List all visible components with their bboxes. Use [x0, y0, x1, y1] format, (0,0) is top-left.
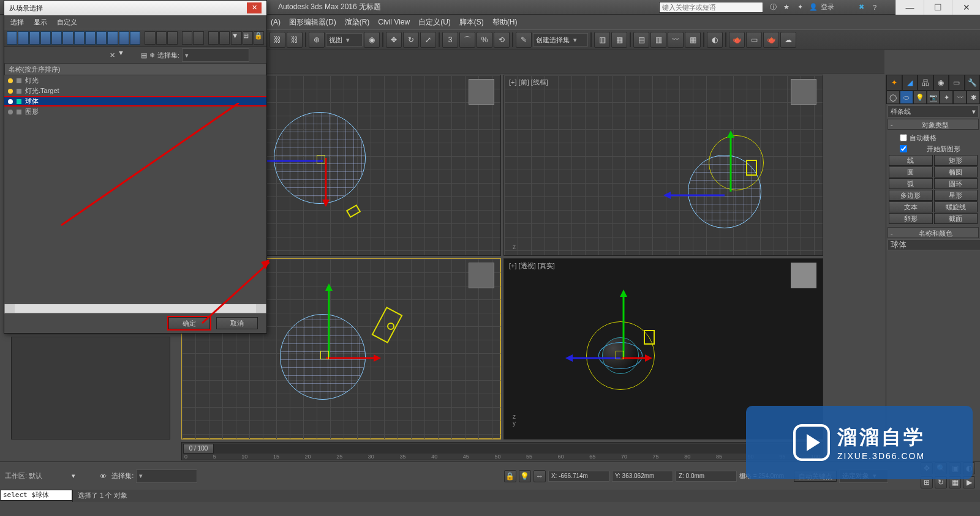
viewcube-icon[interactable] — [469, 79, 494, 105]
category-dropdown[interactable]: 样条线▾ — [888, 105, 979, 118]
select-scale-icon[interactable]: ⤢ — [420, 32, 436, 48]
find-filter-icon[interactable]: ▼ — [118, 49, 130, 61]
close-small-icon[interactable]: ✕ — [110, 51, 115, 59]
tab-modify-icon[interactable]: ◢ — [902, 75, 918, 91]
layer-icon[interactable]: ▤ — [633, 32, 649, 48]
dialog-menu-item[interactable]: 显示 — [34, 18, 47, 27]
schematic-icon[interactable]: ▦ — [685, 32, 701, 48]
filter-group-icon[interactable] — [85, 31, 96, 45]
named-selection-dropdown[interactable]: 创建选择集 — [533, 33, 588, 47]
sub-spacewarps-icon[interactable]: 〰 — [953, 91, 967, 104]
tab-utilities-icon[interactable]: 🔧 — [965, 75, 981, 91]
list-column-header[interactable]: 名称(按升序排序) — [4, 63, 266, 75]
info-icon[interactable]: ⓘ — [767, 1, 779, 13]
sel-set-add-icon[interactable] — [252, 49, 264, 61]
rollout-object-type[interactable]: -对象类型 — [888, 119, 979, 130]
render-online-icon[interactable]: ☁ — [780, 32, 796, 48]
menu-item[interactable]: 自定义(U) — [418, 17, 451, 28]
egg-button[interactable]: 卵形 — [889, 213, 933, 224]
line-button[interactable]: 线 — [889, 155, 933, 166]
dialog-close-button[interactable]: ✕ — [247, 2, 262, 13]
sub-systems-icon[interactable]: ✱ — [967, 91, 980, 104]
filter-bone-icon[interactable] — [107, 31, 118, 45]
select-all-icon[interactable] — [145, 31, 155, 45]
menu-item[interactable]: 脚本(S) — [459, 17, 484, 28]
minimize-button[interactable]: — — [895, 0, 924, 15]
list-item[interactable]: 灯光 — [4, 75, 266, 86]
select-move-icon[interactable]: ✥ — [386, 32, 402, 48]
viewcube-icon[interactable] — [791, 79, 816, 105]
maxscript-input[interactable]: select $球体 — [0, 490, 72, 501]
select-rotate-icon[interactable]: ↻ — [403, 32, 419, 48]
exchange-icon[interactable]: ✖ — [855, 1, 867, 13]
sel-set-dropdown[interactable] — [182, 48, 249, 62]
select-invert-icon[interactable] — [167, 31, 178, 45]
ellipse-button[interactable]: 椭圆 — [934, 166, 978, 178]
edit-selection-icon[interactable]: ✎ — [516, 32, 532, 48]
object-name-input[interactable] — [888, 239, 980, 250]
time-slider-thumb[interactable]: 0 / 100 — [183, 444, 214, 454]
tab-display-icon[interactable]: ▭ — [949, 75, 965, 91]
scene-object-list[interactable]: 灯光 灯光.Target 球体 图形 — [4, 75, 266, 304]
user-icon[interactable]: 👤 — [807, 1, 820, 13]
network-icon[interactable]: ✦ — [794, 1, 806, 13]
viewcube-icon[interactable] — [791, 263, 816, 288]
tab-hierarchy-icon[interactable]: 品 — [918, 75, 933, 91]
donut-button[interactable]: 圆环 — [934, 178, 978, 189]
section-button[interactable]: 截面 — [934, 213, 978, 224]
snap-toggle-icon[interactable]: 3 — [442, 32, 458, 48]
x-coord[interactable]: X: -666.714m — [548, 471, 609, 482]
render-setup-icon[interactable]: 🫖 — [729, 32, 745, 48]
lock-cols-icon[interactable]: 🔒 — [254, 31, 264, 45]
sub-shapes-icon[interactable]: ⬭ — [900, 91, 913, 104]
render-frame-icon[interactable]: ▭ — [746, 32, 762, 48]
close-button[interactable]: ✕ — [952, 0, 980, 15]
filter-spacewarp-icon[interactable] — [74, 31, 85, 45]
y-coord[interactable]: Y: 363.062mm — [612, 471, 673, 482]
menu-item[interactable]: ​(A) — [271, 18, 281, 26]
text-button[interactable]: 文本 — [889, 201, 933, 212]
help-icon[interactable]: ? — [869, 1, 881, 13]
ngon-button[interactable]: 多边形 — [889, 190, 933, 201]
start-new-checkbox[interactable] — [900, 145, 907, 152]
mirror-icon[interactable]: ▥ — [594, 32, 610, 48]
menu-item[interactable]: 帮助(H) — [492, 17, 518, 28]
center-icon[interactable]: ◉ — [364, 32, 380, 48]
percent-snap-icon[interactable]: % — [477, 32, 492, 48]
coord-dropdown[interactable]: 视图 — [326, 33, 363, 47]
filter-all-icon[interactable] — [7, 31, 17, 45]
start-new-button[interactable]: 开始新图形 — [910, 144, 978, 154]
circle-button[interactable]: 圆 — [889, 166, 933, 178]
filter-camera-icon[interactable] — [51, 31, 62, 45]
display-influence-icon[interactable] — [193, 31, 203, 45]
selection-icon[interactable]: 👁 — [100, 473, 107, 480]
rect-button[interactable]: 矩形 — [934, 155, 978, 166]
z-coord[interactable]: Z: 0.0mm — [676, 471, 737, 482]
align-icon[interactable]: ▦ — [611, 32, 627, 48]
material-editor-icon[interactable]: ◐ — [707, 32, 723, 48]
filter-shape-icon[interactable] — [29, 31, 40, 45]
angle-snap-icon[interactable]: ⌒ — [459, 32, 475, 48]
selection-set-dropdown[interactable] — [136, 469, 197, 483]
filter-geom-icon[interactable] — [18, 31, 28, 45]
scene-explorer-icon[interactable]: ▥ — [650, 32, 666, 48]
list-item[interactable]: 图形 — [4, 107, 266, 117]
menu-item[interactable]: 图形编辑器(D) — [289, 17, 336, 28]
filter-funnel-icon[interactable]: ▼ — [231, 31, 241, 45]
list-item[interactable]: 球体 — [4, 96, 266, 107]
auto-grid-checkbox[interactable] — [900, 134, 907, 141]
maximize-button[interactable]: ☐ — [924, 0, 952, 15]
xform-mode-icon[interactable]: ↔ — [533, 470, 546, 482]
filter-frozen-icon[interactable] — [130, 31, 140, 45]
favorite-icon[interactable]: ★ — [780, 1, 793, 13]
sub-cameras-icon[interactable]: 📷 — [927, 91, 940, 104]
sub-geometry-icon[interactable]: ◯ — [886, 91, 900, 104]
list-item[interactable]: 灯光.Target — [4, 86, 266, 96]
login-label[interactable]: 登录 — [821, 1, 834, 13]
filter-xref-icon[interactable] — [96, 31, 107, 45]
timeline[interactable]: 0 / 100 05101520253035404550556065707580… — [181, 442, 823, 460]
tab-create-icon[interactable]: ✦ — [886, 75, 902, 91]
menu-item[interactable]: 渲染(R) — [345, 17, 370, 28]
track-bar[interactable] — [11, 337, 170, 439]
star-button[interactable]: 星形 — [934, 190, 978, 201]
